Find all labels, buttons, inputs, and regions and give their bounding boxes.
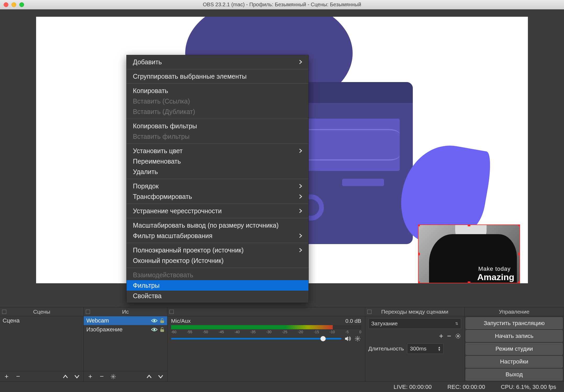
context-menu-item[interactable]: Оконный проектор (Источник) (127, 255, 308, 266)
source-name: Изображение (86, 326, 123, 333)
source-row[interactable]: Webcam (84, 316, 167, 325)
resize-handle[interactable] (518, 253, 520, 255)
webcam-overlay-text1: Make today (478, 266, 511, 272)
context-menu-item[interactable]: Копировать (127, 85, 308, 96)
webcam-overlay-text2: Amazing (477, 272, 514, 282)
control-button[interactable]: Режим студии (466, 343, 563, 355)
remove-source-button[interactable]: − (98, 373, 106, 381)
menu-item-label: Фильтр масштабирования (133, 232, 212, 240)
status-rec: REC: 00:00:00 (447, 384, 485, 390)
context-menu-item[interactable]: Удалить (127, 166, 308, 177)
move-source-up-button[interactable] (145, 373, 153, 381)
remove-transition-button[interactable]: − (447, 332, 451, 340)
context-menu-item[interactable]: Добавить (127, 57, 308, 67)
resize-handle[interactable] (518, 281, 520, 283)
context-menu-item[interactable]: Устранение чересстрочности (127, 206, 308, 216)
resize-handle[interactable] (468, 281, 470, 283)
volume-slider[interactable] (171, 338, 341, 339)
maximize-icon[interactable] (19, 2, 24, 7)
add-transition-button[interactable]: + (439, 332, 443, 340)
menu-item-label: Удалить (133, 168, 158, 176)
add-source-button[interactable]: + (86, 373, 94, 381)
webcam-source-preview[interactable]: Make today Amazing (418, 224, 520, 283)
menu-item-label: Установить цвет (133, 147, 183, 155)
context-menu-item[interactable]: Копировать фильтры (127, 121, 308, 131)
move-source-down-button[interactable] (157, 373, 165, 381)
context-menu-item[interactable]: Фильтры (127, 280, 308, 291)
context-menu-item: Вставить (Дубликат) (127, 106, 308, 117)
slider-thumb[interactable] (320, 336, 326, 341)
control-button[interactable]: Настройки (466, 356, 563, 368)
menu-item-label: Добавить (133, 58, 162, 66)
context-menu-item[interactable]: Масштабировать вывод (по размеру источни… (127, 220, 308, 230)
chevron-right-icon (299, 248, 302, 252)
minimize-icon[interactable] (12, 2, 16, 7)
undock-icon[interactable] (86, 310, 90, 314)
menu-item-label: Вставить (Ссылка) (133, 97, 190, 105)
menu-item-label: Переименовать (133, 157, 181, 165)
transition-select[interactable]: Затухание ⇅ (368, 318, 461, 329)
lock-icon[interactable] (160, 327, 165, 332)
source-row[interactable]: Изображение (84, 325, 167, 334)
panel-header-mixer (167, 307, 365, 316)
resize-handle[interactable] (418, 224, 420, 226)
close-icon[interactable] (4, 2, 8, 7)
move-scene-up-button[interactable] (61, 373, 69, 381)
context-menu[interactable]: ДобавитьСгруппировать выбранные элементы… (126, 55, 309, 303)
remove-scene-button[interactable]: − (14, 373, 22, 381)
context-menu-item[interactable]: Трансформировать (127, 191, 308, 202)
context-menu-item[interactable]: Переименовать (127, 156, 308, 166)
controls-panel: Управление Запустить трансляциюНачать за… (465, 307, 564, 382)
context-menu-item: Вставить (Ссылка) (127, 96, 308, 106)
visibility-icon[interactable] (151, 318, 158, 323)
add-scene-button[interactable]: + (3, 373, 10, 381)
resize-handle[interactable] (518, 224, 520, 226)
duration-label: Длительность (368, 345, 404, 352)
context-menu-item[interactable]: Свойства (127, 291, 308, 301)
visibility-icon[interactable] (151, 327, 158, 332)
duration-spinner[interactable]: 300ms ▲▼ (407, 343, 444, 354)
context-menu-item[interactable]: Фильтр масштабирования (127, 230, 308, 241)
menu-item-label: Масштабировать вывод (по размеру источни… (133, 221, 279, 229)
spinner-buttons[interactable]: ▲▼ (438, 346, 441, 351)
resize-handle[interactable] (418, 253, 420, 255)
undock-icon[interactable] (170, 310, 174, 314)
undock-icon[interactable] (367, 310, 371, 314)
menu-item-label: Сгруппировать выбранные элементы (133, 72, 247, 80)
lock-icon[interactable] (160, 318, 165, 323)
source-properties-button[interactable] (109, 373, 117, 381)
status-live: LIVE: 00:00:00 (394, 384, 432, 390)
context-menu-item[interactable]: Сгруппировать выбранные элементы (127, 71, 308, 82)
resize-handle[interactable] (418, 281, 420, 283)
svg-point-2 (154, 329, 155, 331)
context-menu-item[interactable]: Порядок (127, 181, 308, 191)
chevron-right-icon (299, 233, 302, 238)
undock-icon[interactable] (2, 310, 6, 314)
menu-item-label: Взаимодействовать (133, 271, 193, 279)
control-button[interactable]: Начать запись (466, 330, 563, 342)
context-menu-item[interactable]: Полноэкранный проектор (источник) (127, 245, 308, 255)
menu-item-label: Оконный проектор (Источник) (133, 256, 224, 265)
track-name: Mic/Aux (171, 318, 191, 324)
resize-handle[interactable] (468, 224, 470, 226)
status-cpu: CPU: 6.1%, 30.00 fps (501, 384, 556, 390)
sources-list[interactable]: WebcamИзображение (84, 316, 167, 371)
context-menu-item[interactable]: Установить цвет (127, 146, 308, 156)
control-button[interactable]: Выход (466, 369, 563, 381)
menu-item-label: Свойства (133, 292, 162, 300)
control-button[interactable]: Запустить трансляцию (466, 317, 563, 329)
transition-settings-icon[interactable] (455, 333, 461, 339)
svg-point-0 (154, 320, 155, 322)
context-menu-item: Вставить фильтры (127, 131, 308, 142)
status-bar: LIVE: 00:00:00 REC: 00:00:00 CPU: 6.1%, … (0, 382, 564, 392)
scene-row[interactable]: Сцена (0, 316, 83, 325)
track-settings-icon[interactable] (354, 336, 361, 342)
menu-item-label: Порядок (133, 182, 159, 190)
transitions-panel: Переходы между сценами Затухание ⇅ + − Д… (365, 307, 465, 382)
move-scene-down-button[interactable] (73, 373, 81, 381)
updown-icon: ⇅ (455, 321, 458, 326)
window-title: OBS 23.2.1 (mac) - Профиль: Безымянный -… (0, 2, 564, 8)
mute-icon[interactable] (345, 336, 351, 342)
menu-item-label: Фильтры (133, 281, 160, 290)
scenes-list[interactable]: Сцена (0, 316, 83, 371)
